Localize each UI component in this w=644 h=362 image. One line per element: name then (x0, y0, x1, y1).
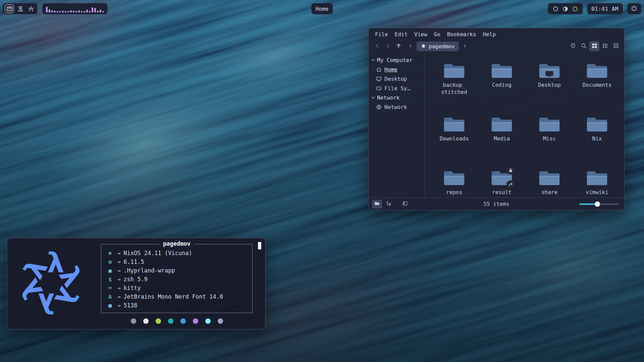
up-button[interactable] (393, 41, 404, 51)
screen-emblem-icon (544, 70, 555, 78)
network-icon (376, 104, 382, 110)
visualizer-bar (54, 11, 56, 12)
visualizer-bar (62, 11, 64, 12)
window-title-label: Home (316, 6, 329, 12)
lock-emblem-icon (506, 166, 515, 174)
palette-swatch (131, 318, 136, 324)
folder-item-misc[interactable]: Misc (526, 115, 573, 169)
sidebar-item-label: File Sy… (384, 85, 410, 92)
palette-swatch (218, 318, 223, 324)
folder-item-share[interactable]: share (526, 169, 573, 197)
fetch-line-packages: ▦→5138 (106, 301, 247, 310)
fetch-hostname: pagedmov (160, 240, 194, 247)
fetch-value: zsh 5.9 (123, 276, 148, 283)
clock-label: 01:41 AM (591, 6, 619, 12)
toolbar: pagedmov (369, 40, 624, 53)
section-label: Network (377, 95, 399, 101)
places-pane-button[interactable] (372, 200, 382, 208)
clock[interactable]: 01:41 AM (587, 3, 623, 14)
visualizer-bar (57, 11, 58, 12)
file-manager-window: FileEditViewGoBookmarksHelp pagedmov (368, 28, 625, 210)
menu-bar: FileEditViewGoBookmarksHelp (369, 28, 624, 40)
sidebar-item-home[interactable]: Home (371, 65, 423, 74)
path-label: pagedmov (429, 43, 454, 50)
icon-view-button[interactable] (589, 41, 599, 51)
location-button[interactable] (568, 41, 578, 51)
folder-label: Downloads (440, 135, 469, 142)
palette-swatch (143, 318, 149, 324)
circle-half-icon[interactable] (562, 6, 568, 12)
circle-green-icon[interactable] (572, 6, 578, 12)
arrow-icon: → (117, 267, 120, 274)
folder-icon (443, 62, 465, 79)
menu-item-bookmarks[interactable]: Bookmarks (444, 31, 479, 38)
folder-label: Coding (492, 82, 512, 89)
folder-label: backup_stitched (433, 82, 475, 96)
chevron-left-icon (408, 43, 413, 50)
forward-button[interactable] (383, 41, 393, 51)
folder-label: Misc (543, 135, 556, 142)
list-view-button[interactable] (600, 41, 610, 51)
menu-item-edit[interactable]: Edit (392, 31, 411, 38)
folder-item-vimwiki[interactable]: vimwiki (574, 169, 620, 197)
breadcrumb-left-button[interactable] (406, 41, 416, 51)
tree-pane-icon (386, 201, 391, 207)
circle-outline-icon[interactable] (553, 6, 558, 12)
audio-visualizer (42, 3, 108, 14)
sidebar-section-my-computer[interactable]: My Computer (371, 56, 423, 65)
arrow-icon: → (117, 258, 120, 265)
folder-item-result[interactable]: result (479, 169, 525, 197)
menu-item-help[interactable]: Help (480, 31, 499, 38)
home-icon (376, 67, 382, 72)
panel-toggle-button[interactable] (400, 200, 410, 208)
power-button[interactable] (627, 3, 641, 14)
folder-item-desktop[interactable]: Desktop (526, 62, 573, 115)
compact-view-icon (613, 43, 619, 50)
home-icon (421, 43, 426, 50)
system-tray (548, 3, 583, 14)
menu-item-file[interactable]: File (372, 31, 391, 38)
fetch-line-kernel: ⚙→6.11.5 (106, 257, 247, 266)
folder-item-documents[interactable]: Documents (574, 62, 620, 115)
fetch-value: JetBrains Mono Nerd Font 14.0 (123, 293, 223, 300)
menu-item-go[interactable]: Go (431, 31, 443, 38)
sidebar-item-desktop[interactable]: Desktop (371, 74, 423, 83)
back-button[interactable] (372, 41, 382, 51)
top-bar: Home 01:41 AM (3, 3, 641, 15)
fetch-line-font: A→JetBrains Mono Nerd Font 14.0 (106, 292, 247, 301)
power-icon (631, 5, 637, 13)
folder-label: Media (494, 135, 510, 142)
visualizer-bar (92, 7, 93, 12)
menu-item-view[interactable]: View (411, 31, 430, 38)
sidebar-item-file-sy[interactable]: File Sy… (371, 84, 423, 93)
sidebar-item-network[interactable]: Network (371, 103, 423, 112)
search-button[interactable] (579, 41, 589, 51)
sidebar-item-label: Network (384, 104, 407, 110)
workspace-button-item[interactable] (26, 4, 36, 13)
folder-item-downloads[interactable]: Downloads (431, 115, 477, 169)
palette-swatch (168, 318, 173, 324)
visualizer-bar (65, 11, 66, 12)
folder-item-repos[interactable]: repos (431, 169, 477, 197)
folder-icon (491, 62, 513, 79)
folder-item-nix[interactable]: Nix (574, 115, 620, 169)
path-button[interactable]: pagedmov (417, 42, 459, 51)
workspace-button-item[interactable] (15, 4, 25, 13)
workspace-button-item[interactable] (5, 4, 14, 13)
tree-pane-button[interactable] (384, 200, 394, 208)
folder-item-backup-stitched[interactable]: backup_stitched (431, 62, 477, 115)
active-window-title[interactable]: Home (311, 3, 333, 14)
breadcrumb-right-button[interactable] (460, 41, 470, 51)
folder-item-coding[interactable]: Coding (479, 62, 525, 115)
slider-thumb[interactable] (595, 201, 600, 207)
fetch-value: 6.11.5 (123, 258, 144, 265)
folder-item-media[interactable]: Media (479, 115, 525, 169)
window-manager-icon: ▣ (106, 267, 114, 274)
compact-view-button[interactable] (611, 41, 621, 51)
visualizer-bar (89, 11, 91, 12)
folder-icon (539, 169, 560, 186)
fetch-lines: ❄→NixOS 24.11 (Vicuna)⚙→6.11.5▣→.Hyprlan… (106, 249, 247, 310)
sidebar-section-network[interactable]: Network (371, 93, 423, 102)
desktop-icon (376, 76, 382, 82)
zoom-slider[interactable] (579, 201, 619, 207)
